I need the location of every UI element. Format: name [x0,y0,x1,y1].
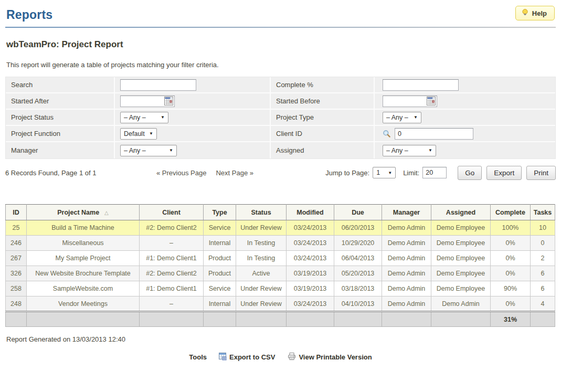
help-button[interactable]: Help [515,6,555,20]
table-cell: Demo Employee [431,251,491,266]
table-cell: Vendor Meetings [27,296,140,312]
table-row[interactable]: 267My Sample Project#1: Demo Client1Prod… [6,251,555,266]
table-cell: Demo Employee [431,266,491,281]
report-table: ID Project Name△ Client Type Status Modi… [5,204,555,327]
table-cell: Demo Admin [382,296,431,312]
project-type-select[interactable]: – Any – ▼ [383,112,421,123]
chevron-down-icon: ▼ [414,115,418,120]
column-header-due[interactable]: Due [334,205,382,220]
table-row[interactable]: 258SampleWebsite.com#1: Demo Client1Serv… [6,281,555,296]
table-row[interactable]: 326New Website Brochure Template#2: Demo… [6,266,555,281]
table-row[interactable]: 248Vendor Meetings–InternalUnder Review0… [6,296,555,312]
filter-panel: Search Complete % Started After Started … [5,77,556,159]
complete-pct-label: Complete % [271,77,375,92]
column-header-status[interactable]: Status [236,205,287,220]
table-cell: 10 [531,220,555,236]
jump-to-page-select[interactable]: 1 ▼ [373,167,396,178]
print-button[interactable]: Print [526,166,556,180]
table-cell: In Testing [236,251,287,266]
table-cell: Service [204,220,236,236]
column-header-id[interactable]: ID [6,205,27,220]
tools-row: Tools Export to CSV View Printable Versi… [5,352,556,362]
column-header-tasks[interactable]: Tasks [531,205,555,220]
table-cell: 2 [531,251,555,266]
column-header-complete[interactable]: Complete [491,205,531,220]
column-header-type[interactable]: Type [204,205,236,220]
printer-icon [288,352,296,362]
assigned-select[interactable]: – Any – ▼ [383,145,436,156]
report-title: wbTeamPro: Project Report [6,39,556,50]
table-cell: 25 [6,220,27,236]
table-cell: 03/24/2013 [287,251,334,266]
column-header-project-name[interactable]: Project Name△ [27,205,140,220]
table-cell: 03/24/2013 [287,220,334,236]
spreadsheet-icon [218,352,227,362]
table-cell: Demo Admin [382,266,431,281]
column-header-label: Project Name [57,209,99,216]
export-to-csv-link[interactable]: Export to CSV [218,352,275,362]
column-header-client[interactable]: Client [140,205,204,220]
summary-cell [287,312,334,327]
started-before-control [375,93,555,109]
project-function-select[interactable]: Default ▼ [120,128,157,140]
table-cell: – [140,296,204,312]
chevron-down-icon: ▼ [149,131,153,136]
table-cell: Demo Admin [382,236,431,251]
calendar-icon[interactable] [426,96,436,106]
started-before-input[interactable] [383,97,426,106]
table-row[interactable]: 25Build a Time Machine#2: Demo Client2Se… [6,220,555,236]
assigned-control: – Any – ▼ [375,142,555,158]
assigned-value: – Any – [386,147,408,154]
limit-input[interactable] [422,167,447,178]
column-header-modified[interactable]: Modified [287,205,334,220]
project-type-value: – Any – [386,114,408,121]
tools-label: Tools [189,353,207,361]
complete-pct-input[interactable] [383,79,459,91]
table-cell: 6 [531,281,555,296]
table-cell: 258 [6,281,27,296]
column-header-assigned[interactable]: Assigned [431,205,491,220]
table-cell: Internal [204,236,236,251]
table-cell: 06/20/2013 [334,220,382,236]
report-page: Reports Help wbTeamPro: Project Report T… [0,0,561,362]
table-cell: Demo Employee [431,236,491,251]
table-cell: Demo Admin [431,296,491,312]
table-cell: Service [204,281,236,296]
project-function-value: Default [124,130,145,137]
table-cell: Demo Admin [382,220,431,236]
search-input[interactable] [120,79,196,91]
client-id-input[interactable] [395,128,473,140]
table-cell: 4 [531,296,555,312]
filter-row: Manager – Any – ▼ Assigned – Any – ▼ [6,142,555,158]
page-title: Reports [6,8,556,22]
table-cell: 326 [6,266,27,281]
next-page-link[interactable]: Next Page » [216,169,253,177]
manager-label: Manager [6,142,115,158]
manager-select[interactable]: – Any – ▼ [120,145,177,156]
lightbulb-icon [521,8,529,18]
project-status-select[interactable]: – Any – ▼ [120,112,168,123]
view-printable-link[interactable]: View Printable Version [288,352,372,362]
search-lookup-icon[interactable] [383,130,391,138]
table-cell: Demo Employee [431,281,491,296]
export-button[interactable]: Export [486,166,522,180]
table-cell: 267 [6,251,27,266]
go-button[interactable]: Go [458,166,482,180]
previous-page-link[interactable]: « Previous Page [156,169,206,177]
table-cell: 03/24/2013 [287,296,334,312]
filter-row: Started After Started Before [6,93,555,110]
started-after-input[interactable] [121,97,164,106]
started-before-field [383,96,437,107]
table-cell: #1: Demo Client1 [140,251,204,266]
calendar-icon[interactable] [164,96,174,106]
column-header-manager[interactable]: Manager [382,205,431,220]
table-cell: 06/04/2013 [334,251,382,266]
table-cell: 0% [491,251,531,266]
table-cell: Miscellaneous [27,236,140,251]
view-printable-label: View Printable Version [299,353,372,361]
summary-complete-total: 31% [491,312,531,327]
table-row[interactable]: 246Miscellaneous–InternalIn Testing03/24… [6,236,555,251]
table-cell: Active [236,266,287,281]
table-cell: 6 [531,266,555,281]
table-cell: SampleWebsite.com [27,281,140,296]
